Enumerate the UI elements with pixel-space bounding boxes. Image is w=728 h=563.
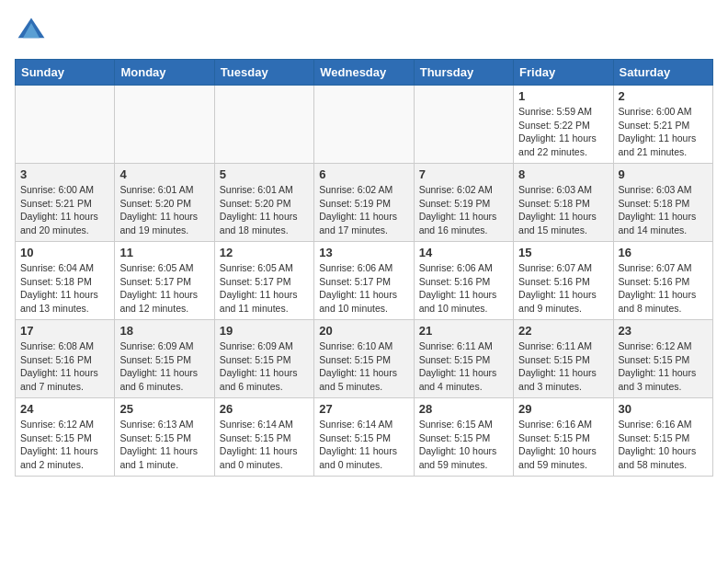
day-info: Sunrise: 6:15 AM Sunset: 5:15 PM Dayligh…	[419, 418, 508, 472]
calendar-cell: 26Sunrise: 6:14 AM Sunset: 5:15 PM Dayli…	[214, 398, 313, 477]
calendar-cell: 22Sunrise: 6:11 AM Sunset: 5:15 PM Dayli…	[514, 320, 613, 398]
calendar-cell: 19Sunrise: 6:09 AM Sunset: 5:15 PM Dayli…	[214, 320, 313, 398]
day-number: 5	[220, 167, 309, 181]
day-number: 8	[518, 167, 608, 181]
day-header-thursday: Thursday	[414, 60, 513, 86]
day-info: Sunrise: 6:02 AM Sunset: 5:19 PM Dayligh…	[419, 183, 508, 237]
calendar-table: SundayMondayTuesdayWednesdayThursdayFrid…	[15, 59, 713, 477]
day-info: Sunrise: 6:05 AM Sunset: 5:17 PM Dayligh…	[220, 261, 309, 316]
day-info: Sunrise: 6:03 AM Sunset: 5:18 PM Dayligh…	[518, 183, 608, 237]
calendar-header-row: SundayMondayTuesdayWednesdayThursdayFrid…	[16, 60, 713, 86]
day-info: Sunrise: 6:16 AM Sunset: 5:15 PM Dayligh…	[619, 418, 708, 472]
day-number: 22	[518, 324, 608, 338]
day-number: 23	[619, 324, 708, 338]
day-number: 6	[319, 167, 408, 181]
day-number: 21	[419, 324, 508, 338]
calendar-cell: 15Sunrise: 6:07 AM Sunset: 5:16 PM Dayli…	[514, 242, 613, 320]
calendar-cell: 8Sunrise: 6:03 AM Sunset: 5:18 PM Daylig…	[514, 164, 613, 242]
day-info: Sunrise: 6:06 AM Sunset: 5:17 PM Dayligh…	[319, 261, 408, 316]
calendar-cell	[414, 86, 513, 164]
day-number: 12	[220, 246, 309, 259]
calendar-cell: 17Sunrise: 6:08 AM Sunset: 5:16 PM Dayli…	[16, 320, 115, 398]
calendar-cell: 28Sunrise: 6:15 AM Sunset: 5:15 PM Dayli…	[414, 398, 513, 477]
calendar-cell: 2Sunrise: 6:00 AM Sunset: 5:21 PM Daylig…	[613, 86, 712, 164]
day-number: 28	[419, 402, 508, 416]
calendar-week-2: 3Sunrise: 6:00 AM Sunset: 5:21 PM Daylig…	[16, 164, 713, 242]
day-number: 19	[220, 324, 309, 338]
day-header-saturday: Saturday	[613, 60, 712, 86]
calendar-cell	[115, 86, 214, 164]
day-number: 17	[20, 324, 109, 338]
calendar-cell: 7Sunrise: 6:02 AM Sunset: 5:19 PM Daylig…	[414, 164, 513, 242]
calendar-cell: 18Sunrise: 6:09 AM Sunset: 5:15 PM Dayli…	[115, 320, 214, 398]
calendar-cell: 29Sunrise: 6:16 AM Sunset: 5:15 PM Dayli…	[514, 398, 613, 477]
day-number: 27	[319, 402, 408, 416]
day-info: Sunrise: 6:14 AM Sunset: 5:15 PM Dayligh…	[220, 418, 309, 472]
day-header-sunday: Sunday	[16, 60, 115, 86]
day-info: Sunrise: 6:01 AM Sunset: 5:20 PM Dayligh…	[119, 183, 209, 237]
calendar-week-4: 17Sunrise: 6:08 AM Sunset: 5:16 PM Dayli…	[16, 320, 713, 398]
calendar-cell: 21Sunrise: 6:11 AM Sunset: 5:15 PM Dayli…	[414, 320, 513, 398]
day-info: Sunrise: 6:12 AM Sunset: 5:15 PM Dayligh…	[619, 339, 708, 394]
day-number: 15	[518, 246, 608, 259]
day-info: Sunrise: 6:11 AM Sunset: 5:15 PM Dayligh…	[419, 339, 508, 394]
calendar-cell	[314, 86, 414, 164]
day-info: Sunrise: 6:16 AM Sunset: 5:15 PM Dayligh…	[518, 418, 608, 472]
day-info: Sunrise: 6:03 AM Sunset: 5:18 PM Dayligh…	[619, 183, 708, 237]
day-info: Sunrise: 5:59 AM Sunset: 5:22 PM Dayligh…	[518, 105, 608, 159]
calendar-cell: 4Sunrise: 6:01 AM Sunset: 5:20 PM Daylig…	[115, 164, 214, 242]
day-header-monday: Monday	[115, 60, 214, 86]
day-info: Sunrise: 6:09 AM Sunset: 5:15 PM Dayligh…	[119, 339, 209, 394]
day-number: 24	[20, 402, 109, 416]
calendar-cell: 11Sunrise: 6:05 AM Sunset: 5:17 PM Dayli…	[115, 242, 214, 320]
day-header-wednesday: Wednesday	[314, 60, 414, 86]
day-info: Sunrise: 6:00 AM Sunset: 5:21 PM Dayligh…	[619, 105, 708, 159]
day-number: 20	[319, 324, 408, 338]
day-info: Sunrise: 6:14 AM Sunset: 5:15 PM Dayligh…	[319, 418, 408, 472]
calendar-week-3: 10Sunrise: 6:04 AM Sunset: 5:18 PM Dayli…	[16, 242, 713, 320]
day-number: 13	[319, 246, 408, 259]
day-number: 18	[119, 324, 209, 338]
day-info: Sunrise: 6:07 AM Sunset: 5:16 PM Dayligh…	[518, 261, 608, 316]
day-number: 3	[20, 167, 109, 181]
day-number: 14	[419, 246, 508, 259]
calendar-cell: 25Sunrise: 6:13 AM Sunset: 5:15 PM Dayli…	[115, 398, 214, 477]
calendar-cell	[214, 86, 313, 164]
day-number: 2	[619, 89, 708, 103]
day-number: 25	[119, 402, 209, 416]
calendar-cell: 1Sunrise: 5:59 AM Sunset: 5:22 PM Daylig…	[514, 86, 613, 164]
calendar-cell: 16Sunrise: 6:07 AM Sunset: 5:16 PM Dayli…	[613, 242, 712, 320]
day-number: 10	[20, 246, 109, 259]
day-number: 30	[619, 402, 708, 416]
calendar-cell: 9Sunrise: 6:03 AM Sunset: 5:18 PM Daylig…	[613, 164, 712, 242]
calendar-cell: 30Sunrise: 6:16 AM Sunset: 5:15 PM Dayli…	[613, 398, 712, 477]
day-number: 9	[619, 167, 708, 181]
day-number: 11	[119, 246, 209, 259]
day-header-tuesday: Tuesday	[214, 60, 313, 86]
day-info: Sunrise: 6:01 AM Sunset: 5:20 PM Dayligh…	[220, 183, 309, 237]
day-number: 26	[220, 402, 309, 416]
calendar-cell: 27Sunrise: 6:14 AM Sunset: 5:15 PM Dayli…	[314, 398, 414, 477]
day-info: Sunrise: 6:09 AM Sunset: 5:15 PM Dayligh…	[220, 339, 309, 394]
day-info: Sunrise: 6:06 AM Sunset: 5:16 PM Dayligh…	[419, 261, 508, 316]
calendar-cell: 6Sunrise: 6:02 AM Sunset: 5:19 PM Daylig…	[314, 164, 414, 242]
day-info: Sunrise: 6:08 AM Sunset: 5:16 PM Dayligh…	[20, 339, 109, 394]
calendar-cell: 3Sunrise: 6:00 AM Sunset: 5:21 PM Daylig…	[16, 164, 115, 242]
calendar-cell: 20Sunrise: 6:10 AM Sunset: 5:15 PM Dayli…	[314, 320, 414, 398]
day-header-friday: Friday	[514, 60, 613, 86]
day-info: Sunrise: 6:12 AM Sunset: 5:15 PM Dayligh…	[20, 418, 109, 472]
day-info: Sunrise: 6:11 AM Sunset: 5:15 PM Dayligh…	[518, 339, 608, 394]
day-number: 1	[518, 89, 608, 103]
calendar-week-5: 24Sunrise: 6:12 AM Sunset: 5:15 PM Dayli…	[16, 398, 713, 477]
calendar-cell: 13Sunrise: 6:06 AM Sunset: 5:17 PM Dayli…	[314, 242, 414, 320]
calendar-cell	[16, 86, 115, 164]
page-header	[15, 15, 713, 48]
logo	[15, 15, 51, 48]
day-number: 16	[619, 246, 708, 259]
day-info: Sunrise: 6:05 AM Sunset: 5:17 PM Dayligh…	[119, 261, 209, 316]
logo-icon	[15, 15, 48, 48]
calendar-cell: 23Sunrise: 6:12 AM Sunset: 5:15 PM Dayli…	[613, 320, 712, 398]
calendar-cell: 24Sunrise: 6:12 AM Sunset: 5:15 PM Dayli…	[16, 398, 115, 477]
day-number: 29	[518, 402, 608, 416]
calendar-cell: 5Sunrise: 6:01 AM Sunset: 5:20 PM Daylig…	[214, 164, 313, 242]
